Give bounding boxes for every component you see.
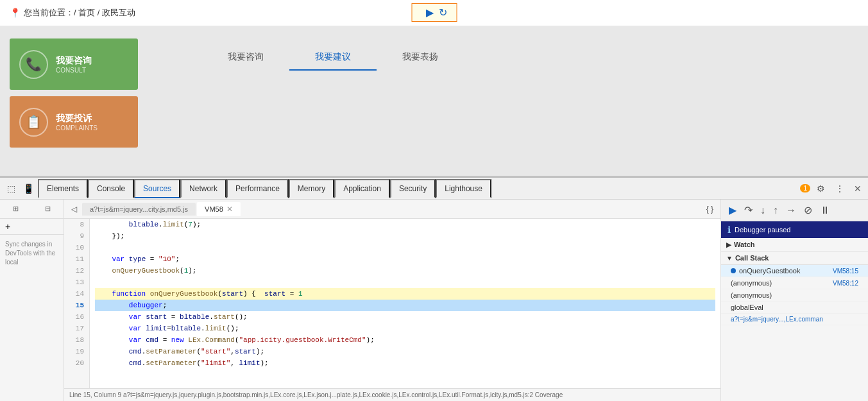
consult-sub: CONSULT [56, 67, 92, 74]
consult-icon: 📞 [19, 50, 48, 79]
code-editor: ◁ a?t=js&m=jquery...city.js,md5.js VM58 … [64, 200, 720, 401]
complaints-icon: 📋 [19, 108, 48, 137]
editor-tab-vm58[interactable]: VM58 ✕ [197, 202, 241, 216]
code-line-15: debugger; [95, 300, 715, 311]
tab-sources[interactable]: Sources [134, 179, 180, 198]
webpage-area: 📍 您当前位置：/ 首页 / 政民互动 ▶ ↻ 📞 我要咨询 CONSULT 📋… [0, 0, 868, 176]
devtools-panel: ⬚ 📱 Elements Console Sources Network Per… [0, 176, 868, 401]
device-icon[interactable]: 📱 [19, 181, 38, 196]
code-line-8: bltable.limit(7); [95, 219, 715, 230]
editor-status: Line 15, Column 9 a?t=js&m=jquery.js,jqu… [64, 388, 720, 401]
resume-button[interactable]: ▶ [426, 6, 434, 19]
devtools-body: ⊞ ⊟ + Sync changes in DevTools with the … [0, 200, 868, 401]
watch-section-header[interactable]: ▶ Watch [721, 238, 868, 252]
location-icon: 📍 [10, 8, 21, 18]
sidebar-note: Sync changes in DevTools with the local [0, 235, 64, 272]
code-line-13 [95, 277, 715, 288]
tab-elements[interactable]: Elements [38, 179, 88, 198]
tab-memory[interactable]: Memory [289, 179, 334, 198]
tab-suggest[interactable]: 我要建议 [289, 45, 377, 71]
call-stack-item-2[interactable]: (anonymous) [721, 289, 868, 302]
more-icon[interactable]: ⋮ [831, 181, 848, 196]
complaints-card[interactable]: 📋 我要投诉 COMPLAINTS [10, 96, 138, 148]
webpage-content: 📞 我要咨询 CONSULT 📋 我要投诉 COMPLAINTS 我要咨询 我要… [0, 26, 868, 160]
resume-debug-button[interactable]: ▶ [726, 203, 739, 218]
ln-11: 11 [69, 253, 84, 265]
step-over-debug[interactable]: ↷ [742, 203, 755, 218]
tab-performance[interactable]: Performance [226, 179, 289, 198]
debugger-paused-label: Debugger paused [735, 226, 790, 234]
ln-10: 10 [69, 242, 84, 253]
ln-8: 8 [69, 219, 84, 230]
code-line-14: function onQueryGuestbook(start) { start… [95, 288, 715, 300]
tab-lighthouse[interactable]: Lighthouse [436, 179, 491, 198]
tab-application[interactable]: Application [334, 179, 390, 198]
call-stack-list: onQueryGuestbook VM58:15 (anonymous) VM5… [721, 265, 868, 325]
tab-network[interactable]: Network [180, 179, 226, 198]
right-panel: ▶ ↷ ↓ ↑ → ⊘ ⏸ ℹ Debugger paused ▶ Watch … [720, 200, 868, 401]
code-line-16: var start = bltable.start(); [95, 311, 715, 323]
call-stack-loc-1: VM58:12 [833, 280, 858, 287]
sources-sidebar: ⊞ ⊟ + Sync changes in DevTools with the … [0, 200, 64, 401]
step-out-debug[interactable]: ↑ [770, 203, 781, 218]
code-line-17: var limit=bltable.limit(); [95, 323, 715, 334]
main-tab-nav: 我要咨询 我要建议 我要表扬 [202, 38, 464, 71]
code-line-10 [95, 242, 715, 253]
call-stack-fn-1: (anonymous) [731, 279, 772, 287]
devtools-right-icons: 1 ⚙ ⋮ ✕ [800, 181, 865, 196]
tab-console[interactable]: Console [88, 179, 134, 198]
sidebar-icons: + [0, 219, 64, 235]
watch-label: Watch [734, 241, 755, 248]
code-line-20: cmd.setParameter("limit", limit); [95, 357, 715, 369]
inspect-icon[interactable]: ⬚ [3, 181, 19, 196]
complaints-card-info: 我要投诉 COMPLAINTS [56, 113, 98, 132]
code-line-11: var type = "10"; [95, 253, 715, 265]
editor-tabs: ◁ a?t=js&m=jquery...city.js,md5.js VM58 … [64, 200, 720, 219]
deactivate-breakpoints[interactable]: ⊘ [801, 203, 815, 218]
warning-badge: 1 [800, 184, 810, 192]
close-devtools-button[interactable]: ✕ [851, 182, 865, 195]
nav-cards: 📞 我要咨询 CONSULT 📋 我要投诉 COMPLAINTS [10, 38, 138, 148]
webpage-tabs: 我要咨询 我要建议 我要表扬 [202, 45, 464, 71]
status-text: Line 15, Column 9 a?t=js&m=jquery.js,jqu… [69, 391, 563, 398]
format-icon[interactable]: { } [702, 202, 717, 216]
code-line-12: onQueryGuestbook(1); [95, 265, 715, 277]
tab-security[interactable]: Security [390, 179, 436, 198]
pause-on-exceptions[interactable]: ⏸ [817, 203, 833, 218]
editor-back-icon[interactable]: ◁ [67, 202, 81, 216]
ln-12: 12 [69, 265, 84, 277]
new-snippet-icon[interactable]: + [5, 221, 10, 232]
ln-13: 13 [69, 277, 84, 288]
editor-tab-close[interactable]: ✕ [226, 205, 233, 214]
call-stack-item-4[interactable]: a?t=js&m=jquery...,LEx.comman [721, 314, 868, 325]
active-frame-dot [731, 268, 736, 273]
settings-icon[interactable]: ⚙ [813, 181, 829, 196]
ln-9: 9 [69, 230, 84, 242]
code-line-18: var cmd = new LEx.Command("app.icity.gue… [95, 334, 715, 346]
step-over-button[interactable]: ↻ [439, 6, 447, 19]
call-stack-item-3[interactable]: globalEval [721, 302, 868, 314]
call-stack-item-0[interactable]: onQueryGuestbook VM58:15 [721, 265, 868, 277]
ln-17: 17 [69, 323, 84, 334]
consult-title: 我要咨询 [56, 55, 92, 67]
code-area[interactable]: 8 9 10 11 12 13 14 15 16 17 18 19 20 blt… [64, 219, 720, 388]
tab-praise[interactable]: 我要表扬 [377, 45, 464, 71]
code-lines: bltable.limit(7); }); var type = "10"; o… [90, 219, 720, 388]
call-stack-item-1[interactable]: (anonymous) VM58:12 [721, 277, 868, 289]
tab-consult[interactable]: 我要咨询 [202, 45, 289, 71]
editor-tab-jquery[interactable]: a?t=js&m=jquery...city.js,md5.js [82, 203, 196, 216]
callstack-label: Call Stack [735, 254, 769, 262]
ln-20: 20 [69, 357, 84, 369]
ln-18: 18 [69, 334, 84, 346]
step-into-debug[interactable]: ↓ [758, 203, 768, 218]
sidebar-tab-page[interactable]: ⊞ [0, 200, 32, 218]
consult-card[interactable]: 📞 我要咨询 CONSULT [10, 38, 138, 90]
callstack-section-header[interactable]: ▼ Call Stack [721, 252, 868, 265]
complaints-sub: COMPLAINTS [56, 124, 98, 132]
code-line-19: cmd.setParameter("start",start); [95, 346, 715, 357]
sidebar-tab-fs[interactable]: ⊟ [32, 200, 64, 218]
devtools-tabs-bar: ⬚ 📱 Elements Console Sources Network Per… [0, 178, 868, 200]
step-debug[interactable]: → [783, 203, 799, 218]
sync-note: Sync changes in DevTools with the local [5, 241, 55, 266]
call-stack-fn-2: (anonymous) [731, 291, 772, 299]
